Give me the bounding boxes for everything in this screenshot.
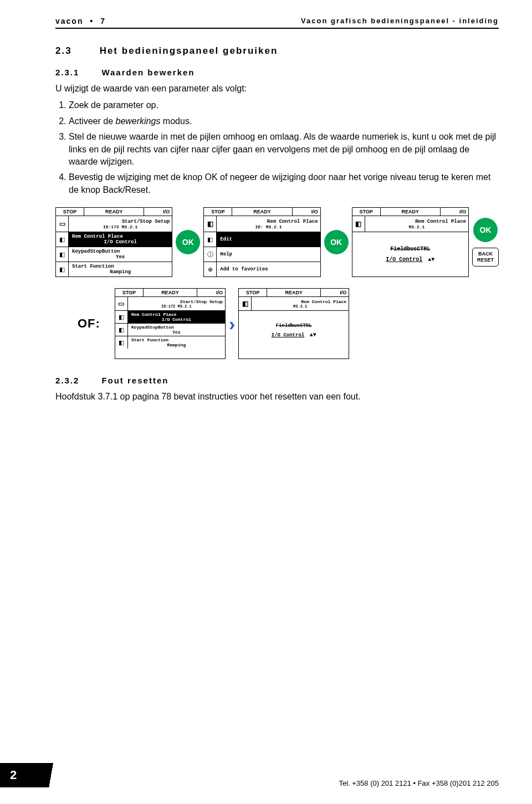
section-2-3-heading: 2.3 Het bedieningspaneel gebruiken (55, 45, 499, 57)
panel-title: Start/Stop Setup (130, 299, 223, 304)
info-icon: ⓘ (204, 247, 217, 262)
page-footer: 2 Tel. +358 (0) 201 2121 • Fax +358 (0)2… (0, 763, 499, 787)
row3-label: Start Function (131, 337, 222, 342)
display-panel-edit: STOP READY I/O ◧ Rem Control Place M3.2.… (352, 207, 469, 277)
status-io: I/O (197, 289, 225, 296)
param-icon: ◧ (115, 336, 128, 349)
display-panel-edit-small: STOP READY I/O ◧ Rem Control Place M3.2.… (238, 288, 349, 359)
updown-icon: ▲▼ (310, 332, 316, 338)
param-icon: ◧ (56, 262, 69, 276)
row3-value: Ramping (72, 269, 168, 275)
flow-row-2: OF: STOP READY I/O ▭ Start/Stop Setup ID… (78, 288, 499, 359)
status-io: I/O (293, 208, 320, 216)
status-ready: READY (232, 208, 292, 216)
row2-value: Yes (131, 330, 222, 335)
header-left: vacon • 7 (55, 17, 106, 25)
subsection-title: Waarden bewerken (101, 68, 195, 77)
steps-list: Zoek de parameter op. Activeer de bewerk… (55, 99, 499, 196)
subsection-number: 2.3.1 (55, 68, 79, 77)
footer-contact: Tel. +358 (0) 201 2121 • Fax +358 (0)201… (339, 779, 499, 787)
display-panel-start-stop: STOP READY I/O ▭ Start/Stop Setup ID:172… (55, 207, 172, 277)
status-io: I/O (321, 289, 349, 296)
status-stop: STOP (56, 208, 84, 216)
row1-label: Rem Control Place (72, 234, 168, 239)
section-2-3-1-heading: 2.3.1 Waarden bewerken (55, 68, 499, 77)
page-number-badge: 2 (0, 763, 78, 787)
bullet-icon: • (90, 17, 94, 25)
page-num-top: 7 (100, 17, 106, 25)
status-stop: STOP (352, 208, 381, 216)
header-right: Vacon grafisch bedieningspaneel - inleid… (301, 17, 499, 25)
row1-label: Rem Control Place (131, 312, 222, 317)
display-panel-menu: STOP READY I/O ◧ Rem Control Place ID: M… (203, 207, 320, 277)
section-title: Het bedieningspaneel gebruiken (100, 45, 278, 57)
row2-label: KeypadStopButton (131, 325, 222, 330)
status-stop: STOP (115, 289, 144, 296)
display-panel-start-stop-small: STOP READY I/O ▭ Start/Stop Setup ID:172… (115, 288, 226, 359)
back-reset-button[interactable]: BACK RESET (472, 248, 499, 267)
ok-button[interactable]: OK (176, 230, 200, 254)
row3-value: Ramping (131, 342, 222, 347)
edit-option-prev: FieldbusCTRL (390, 246, 430, 252)
status-stop: STOP (239, 289, 267, 296)
menu-fav: Add to favorites (220, 267, 316, 272)
param-icon: ◧ (115, 324, 128, 336)
status-ready: READY (84, 208, 144, 216)
panel-sub: ID: M3.2.1 (219, 224, 318, 229)
edit-option-selected: I/O Control (386, 257, 422, 263)
ok-button[interactable]: OK (324, 230, 349, 254)
row2-value: Yes (72, 254, 168, 260)
updown-icon: ▲▼ (428, 257, 434, 263)
ok-button[interactable]: OK (473, 218, 498, 242)
edit-option-prev: FieldbusCTRL (276, 323, 312, 329)
param-icon: ◧ (56, 247, 69, 262)
param-icon: ◧ (239, 297, 252, 310)
arrow-right-icon: › (229, 313, 235, 335)
status-stop: STOP (204, 208, 232, 216)
of-label: OF: (78, 316, 100, 331)
row1-value: I/O Control (131, 317, 222, 322)
row3-label: Start Function (72, 264, 168, 269)
panel-title: Rem Control Place (254, 299, 346, 304)
panel-title: Rem Control Place (367, 219, 466, 224)
row1-value: I/O Control (72, 239, 168, 245)
row2-label: KeypadStopButton (72, 249, 168, 254)
panel-sub: M3.2.1 (367, 224, 466, 229)
menu-help: Help (220, 252, 316, 257)
section-2-3-2-heading: 2.3.2 Fout resetten (55, 376, 499, 385)
reset-label: RESET (473, 257, 498, 263)
section-number: 2.3 (55, 45, 72, 57)
step-4: Bevestig de wijziging met de knop OK of … (69, 171, 499, 196)
flow-row-1: STOP READY I/O ▭ Start/Stop Setup ID:172… (55, 207, 499, 277)
status-ready: READY (267, 289, 321, 296)
status-io: I/O (144, 208, 172, 216)
status-ready: READY (144, 289, 197, 296)
subsection-title: Fout resetten (101, 376, 168, 385)
edit-icon: ◧ (204, 232, 217, 247)
param-icon: ◧ (204, 216, 217, 232)
panel-sub: ID:172 M3.2.1 (130, 304, 223, 309)
edit-option-selected: I/O Control (272, 332, 304, 338)
back-label: BACK (473, 251, 498, 257)
folder-icon: ▭ (115, 297, 128, 310)
panel-title: Rem Control Place (219, 219, 318, 224)
brand: vacon (55, 17, 83, 25)
sec232-text: Hoofdstuk 3.7.1 op pagina 78 bevat instr… (55, 391, 499, 403)
page-header: vacon • 7 Vacon grafisch bedieningspanee… (55, 17, 499, 29)
panel-title: Start/Stop Setup (71, 219, 170, 224)
step-2: Activeer de bewerkings modus. (69, 115, 499, 127)
param-icon: ◧ (352, 216, 365, 232)
step-3: Stel de nieuwe waarde in met de pijlen o… (69, 131, 499, 168)
intro-text: U wijzigt de waarde van een parameter al… (55, 83, 499, 95)
step-1: Zoek de parameter op. (69, 99, 499, 111)
subsection-number: 2.3.2 (55, 376, 79, 385)
status-io: I/O (441, 208, 468, 216)
favorite-icon: ⊕ (204, 262, 217, 276)
folder-icon: ▭ (56, 216, 69, 232)
status-ready: READY (381, 208, 441, 216)
panel-sub: ID:172 M3.2.1 (71, 224, 170, 229)
param-icon: ◧ (56, 232, 69, 247)
param-icon: ◧ (115, 311, 128, 323)
menu-edit: Edit (220, 237, 316, 242)
panel-sub: M3.2.1 (254, 304, 346, 309)
